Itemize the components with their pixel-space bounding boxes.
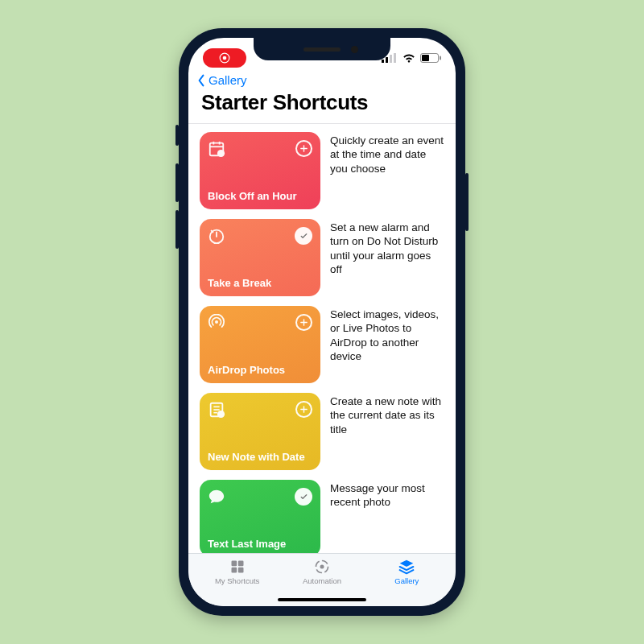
shortcut-description: Select images, videos, or Live Photos to…	[330, 306, 444, 363]
volume-down-button[interactable]	[175, 210, 179, 249]
battery-icon	[420, 53, 441, 63]
wifi-icon	[402, 53, 416, 63]
svg-rect-4	[390, 55, 392, 63]
phone-frame: Gallery Starter Shortcuts Block Off an H…	[179, 28, 465, 616]
svg-point-15	[215, 320, 218, 324]
svg-rect-24	[237, 568, 243, 573]
shortcut-label: New Note with Date	[208, 452, 312, 463]
power-button[interactable]	[465, 173, 469, 231]
shortcut-description: Create a new note with the current date …	[330, 393, 444, 436]
svg-rect-5	[394, 53, 396, 63]
shortcut-card[interactable]: New Note with Date	[200, 393, 320, 470]
svg-rect-2	[382, 60, 384, 63]
shortcut-label: Block Off an Hour	[208, 191, 312, 202]
add-shortcut-button[interactable]	[295, 488, 312, 506]
shortcut-row: Block Off an HourQuickly create an event…	[188, 124, 456, 211]
shortcut-label: Take a Break	[208, 278, 312, 289]
volume-up-button[interactable]	[175, 163, 179, 202]
home-indicator[interactable]	[278, 598, 366, 601]
plus-icon	[299, 318, 308, 327]
svg-rect-21	[231, 561, 237, 567]
shortcut-card[interactable]: Take a Break	[200, 219, 320, 296]
add-shortcut-button[interactable]	[295, 227, 312, 245]
nav-back[interactable]: Gallery	[188, 70, 456, 87]
tab-label: Gallery	[394, 576, 419, 585]
shortcut-card[interactable]: Block Off an Hour	[200, 132, 320, 209]
svg-rect-23	[231, 568, 237, 573]
chevron-left-icon	[196, 74, 206, 87]
screen-record-pill[interactable]	[203, 48, 246, 68]
shortcuts-list[interactable]: Block Off an HourQuickly create an event…	[188, 124, 456, 553]
shortcut-icon	[208, 314, 225, 335]
notch	[254, 38, 390, 60]
shortcut-icon	[208, 140, 225, 161]
shortcut-label: Text Last Image	[208, 539, 312, 550]
record-icon	[219, 52, 230, 64]
shortcut-row: AirDrop PhotosSelect images, videos, or …	[188, 298, 456, 385]
svg-rect-22	[237, 561, 243, 567]
shortcut-icon	[208, 488, 225, 509]
check-icon	[299, 232, 308, 241]
page-title: Starter Shortcuts	[188, 87, 456, 124]
shortcut-label: AirDrop Photos	[208, 365, 312, 376]
mute-switch[interactable]	[175, 125, 179, 146]
add-shortcut-button[interactable]	[295, 401, 312, 418]
svg-rect-3	[386, 57, 388, 63]
grid-icon	[229, 559, 246, 575]
tab-automation[interactable]: Automation	[286, 559, 358, 585]
svg-rect-8	[440, 56, 441, 60]
shortcut-row: New Note with DateCreate a new note with…	[188, 385, 456, 472]
plus-icon	[299, 405, 308, 414]
nav-back-label: Gallery	[208, 73, 247, 87]
check-icon	[299, 493, 308, 502]
screen: Gallery Starter Shortcuts Block Off an H…	[188, 38, 456, 606]
shortcut-description: Set a new alarm and turn on Do Not Distu…	[330, 219, 444, 276]
svg-point-25	[320, 565, 324, 569]
svg-rect-7	[422, 55, 429, 61]
shortcut-description: Quickly create an event at the time and …	[330, 132, 444, 175]
shortcut-icon	[208, 227, 225, 248]
tab-my-shortcuts[interactable]: My Shortcuts	[201, 559, 274, 585]
svg-point-1	[223, 56, 227, 60]
gallery-icon	[398, 559, 415, 575]
shortcut-card[interactable]: AirDrop Photos	[200, 306, 320, 383]
tab-bar: My Shortcuts Automation Gallery	[188, 553, 456, 606]
shortcut-description: Message your most recent photo	[330, 480, 444, 510]
add-shortcut-button[interactable]	[295, 314, 312, 331]
shortcut-card[interactable]: Text Last Image	[200, 480, 320, 553]
automation-icon	[313, 559, 331, 575]
tab-label: My Shortcuts	[215, 576, 259, 585]
plus-icon	[299, 144, 308, 153]
shortcut-icon	[208, 401, 225, 422]
shortcut-row: Text Last ImageMessage your most recent …	[188, 472, 456, 553]
tab-gallery[interactable]: Gallery	[370, 559, 443, 585]
shortcut-row: Take a BreakSet a new alarm and turn on …	[188, 211, 456, 298]
add-shortcut-button[interactable]	[295, 140, 312, 157]
tab-label: Automation	[303, 576, 341, 585]
